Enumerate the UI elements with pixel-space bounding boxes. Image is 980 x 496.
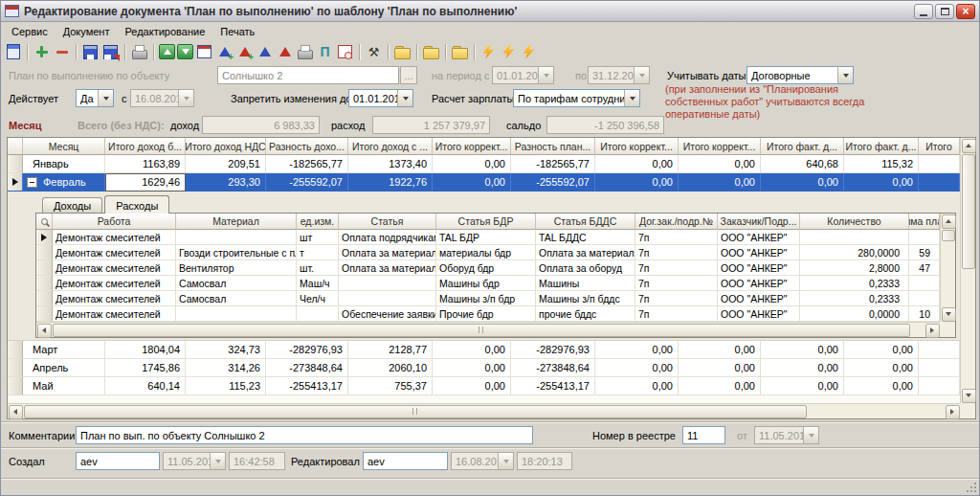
detail-row[interactable]: Демонтаж смесителейОбеспечение заявки на… [36,306,940,322]
detail-cell[interactable]: Демонтаж смесителей [53,306,176,322]
grid-cell[interactable] [919,377,960,395]
detail-cell[interactable]: Машины [536,276,635,291]
detail-cell[interactable]: Демонтаж смесителей [53,230,176,245]
chevron-down-icon[interactable] [397,90,412,106]
month-row[interactable]: Май640,14115,23-255413,17755,370,00-2554… [8,377,960,395]
detail-row[interactable]: Демонтаж смесителейСамосвалМаш/чМашины б… [36,276,940,291]
search-icon[interactable] [41,218,48,225]
comments-input[interactable]: План по вып. по объекту Солнышко 2 [76,426,533,444]
chevron-down-icon[interactable] [634,67,649,83]
pi-icon[interactable] [316,43,334,61]
detail-cell[interactable]: шт. [297,260,339,276]
add-row-icon[interactable] [33,43,51,61]
minimize-button[interactable] [914,4,933,19]
triangle-blue-icon[interactable] [256,43,274,61]
grid-cell[interactable]: 640,14 [105,377,186,395]
detail-column-header[interactable]: Сумма план... [909,214,940,230]
month-row[interactable]: Март1804,04324,73-282976,932128,770,00-2… [8,341,960,359]
grid-cell[interactable]: -255592,07 [511,173,595,192]
scroll-down-button[interactable] [962,389,976,403]
month-row[interactable]: Январь1163,89209,51-182565,771373,400,00… [8,155,960,173]
detail-cell[interactable]: 7п [635,306,718,322]
grid-cell[interactable] [919,341,960,359]
detail-cell[interactable]: ООО "АНКЕР" [718,291,800,306]
grid-column-header[interactable]: Итого доход б... [105,138,186,155]
grid-cell[interactable]: 0,00 [595,341,679,359]
folder-icon[interactable] [451,43,469,61]
scroll-thumb[interactable] [24,405,807,418]
close-button[interactable]: × [956,4,975,19]
grid-cell[interactable]: 0,00 [595,359,679,377]
detail-cell[interactable]: ООО "АНКЕР" [718,260,800,276]
folder-icon[interactable] [422,43,440,61]
scroll-left-button[interactable] [37,324,52,338]
grid-cell[interactable]: -182565,77 [511,155,595,173]
detail-cell[interactable]: 7п [635,230,718,245]
grid-cell[interactable]: -282976,93 [511,341,595,359]
detail-column-header[interactable]: Работа [53,214,176,230]
chevron-down-icon[interactable] [624,90,639,106]
salary-select[interactable]: По тарифам сотрудника [513,89,640,107]
detail-cell[interactable]: материалы бдр [436,245,536,260]
grid-cell[interactable]: -255592,07 [266,173,348,192]
scroll-thumb[interactable] [53,324,910,337]
menu-document[interactable]: Документ [56,24,118,39]
detail-cell[interactable]: Оплата за материалы [536,245,635,260]
scroll-track[interactable] [807,404,945,418]
triangle-red-icon[interactable] [276,43,294,61]
grid-cell[interactable]: 314,26 [186,359,266,377]
grid-column-header[interactable]: Разность план... [511,138,595,155]
detail-cell[interactable] [339,276,436,291]
save-icon[interactable] [81,43,100,61]
grid-cell[interactable]: 209,51 [186,155,266,173]
fill-lightning-icon[interactable] [520,43,538,61]
month-row[interactable]: Апрель1745,86314,26-273848,642060,100,00… [8,359,960,377]
detail-cell[interactable]: Демонтаж смесителей [53,291,176,306]
edited-date-select[interactable]: 16.08.2011 [451,452,514,470]
dates-mode-select[interactable]: Договорные [746,66,854,84]
detail-cell[interactable]: TAL БДДС [536,230,635,245]
scroll-track[interactable] [961,269,975,388]
grid-cell[interactable]: 0,00 [679,359,761,377]
grid-column-header[interactable]: Итого [919,138,960,155]
grid-cell[interactable]: 0,00 [761,341,844,359]
chevron-down-icon[interactable] [498,453,513,469]
detail-cell[interactable]: ООО "АНКЕР" [718,276,800,291]
active-from-select[interactable]: 16.08.2011 [130,89,194,107]
save-close-icon[interactable] [101,43,120,61]
grid-vertical-scrollbar[interactable] [960,138,975,403]
detail-row[interactable]: Демонтаж смесителейСамосвалЧел/чМашины з… [36,291,940,306]
print-icon[interactable] [130,43,148,61]
detail-row[interactable]: Демонтаж смесителейВентиляторшт.Оплата з… [36,260,940,276]
grid-column-header[interactable]: Итого факт. д... [844,138,919,155]
period-from-select[interactable]: 01.01.2011 [492,66,554,84]
grid-cell[interactable]: 0,00 [679,341,761,359]
chevron-down-icon[interactable] [210,453,225,469]
grid-cell[interactable]: -282976,93 [266,341,348,359]
detail-cell[interactable]: Обеспечение заявки на [339,306,436,322]
grid-column-header[interactable]: Итого коррект... [595,138,679,155]
detail-cell[interactable]: 10 [909,306,940,322]
active-select[interactable]: Да [76,89,114,107]
detail-cell[interactable]: 280,0000 [800,245,909,260]
grid-cell[interactable]: 293,30 [186,173,266,192]
detail-column-header[interactable]: Заказчик/Подр... [718,214,800,230]
fill-lightning-icon[interactable] [500,43,518,61]
detail-cell[interactable]: Оплата за материалы [339,260,436,276]
detail-horizontal-scrollbar[interactable] [36,322,940,337]
grid-horizontal-scrollbar[interactable] [8,403,960,418]
grid-cell[interactable]: 115,32 [844,155,919,173]
detail-column-header[interactable]: Статья БДР [436,214,536,230]
detail-cell[interactable]: ООО "АНКЕР" [718,245,800,260]
grid-cell[interactable]: 0,00 [433,155,511,173]
scroll-track[interactable] [910,323,924,337]
grid-cell[interactable]: 640,68 [761,155,844,173]
grid-cell[interactable]: 0,00 [595,173,679,192]
detail-cell[interactable] [176,306,297,322]
tab-incomes[interactable]: Доходы [42,197,102,213]
detail-cell[interactable]: 7п [635,276,718,291]
grid-column-header[interactable]: Итого доход НДС [186,138,266,155]
grid-column-header[interactable]: Итого доход с ... [348,138,433,155]
detail-cell[interactable]: Прочие бдр [436,306,536,322]
detail-cell[interactable]: Оборуд бдр [436,260,536,276]
